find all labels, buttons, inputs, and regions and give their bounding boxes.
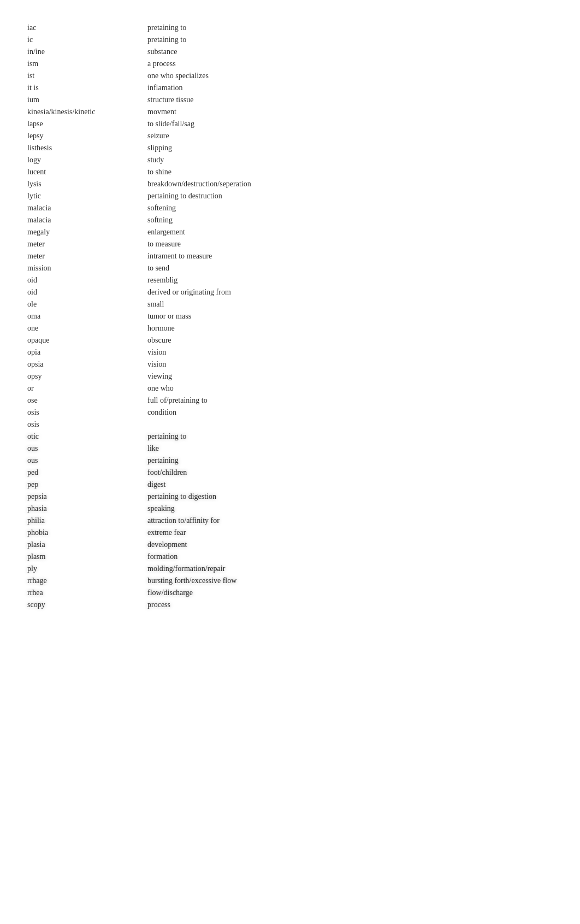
definition-cell-blurred: speaking — [147, 503, 553, 515]
term-cell-blurred: pep — [27, 479, 147, 491]
table-row: kinesia/kinesis/kineticmovment — [27, 106, 553, 118]
definition-cell: obscure — [147, 334, 553, 346]
definition-cell: one who — [147, 382, 553, 395]
table-row: osis — [27, 419, 553, 431]
term-cell-blurred: rrhage — [27, 575, 147, 587]
table-row: olesmall — [27, 298, 553, 310]
definition-cell-blurred: bursting forth/excessive flow — [147, 575, 553, 587]
term-cell-blurred: ous — [27, 455, 147, 467]
term-cell: lepsy — [27, 130, 147, 142]
term-cell-blurred: rrhea — [27, 587, 147, 599]
definition-cell-blurred: development — [147, 539, 553, 551]
term-cell: ism — [27, 58, 147, 70]
term-cell-blurred: ped — [27, 467, 147, 479]
term-cell: logy — [27, 154, 147, 166]
definition-cell: study — [147, 154, 553, 166]
definition-cell: condition — [147, 407, 553, 419]
term-cell: oma — [27, 310, 147, 322]
table-row: opsiavision — [27, 358, 553, 370]
term-cell: malacia — [27, 214, 147, 226]
term-cell-blurred: philia — [27, 515, 147, 527]
definition-cell: softening — [147, 202, 553, 214]
term-cell: ium — [27, 94, 147, 106]
term-cell: megaly — [27, 226, 147, 238]
term-cell: lysis — [27, 178, 147, 190]
table-row: megalyenlargement — [27, 226, 553, 238]
table-row: omatumor or mass — [27, 310, 553, 322]
term-cell: ose — [27, 395, 147, 407]
term-cell: lapse — [27, 118, 147, 130]
term-cell: ist — [27, 70, 147, 82]
table-row-blurred: scopyprocess — [27, 599, 553, 611]
table-row: isma process — [27, 58, 553, 70]
term-cell-blurred: phobia — [27, 527, 147, 539]
definition-cell: to shine — [147, 166, 553, 178]
term-cell: malacia — [27, 202, 147, 214]
definition-cell-blurred: pertaining to digestion — [147, 491, 553, 503]
definition-cell: resemblig — [147, 274, 553, 286]
term-cell: listhesis — [27, 142, 147, 154]
table-row-blurred: ouspertaining — [27, 455, 553, 467]
definition-cell-blurred: attraction to/affinity for — [147, 515, 553, 527]
term-cell: opsy — [27, 370, 147, 382]
term-cell-blurred: plasia — [27, 539, 147, 551]
table-row: orone who — [27, 382, 553, 395]
definition-cell: hormone — [147, 322, 553, 334]
definition-cell: vision — [147, 346, 553, 358]
term-cell-blurred: otic — [27, 431, 147, 443]
definition-cell: substance — [147, 46, 553, 58]
definition-cell: tumor or mass — [147, 310, 553, 322]
term-cell: it is — [27, 82, 147, 94]
definition-cell: pretaining to — [147, 22, 553, 34]
term-cell: oid — [27, 274, 147, 286]
term-cell: ic — [27, 34, 147, 46]
table-row: lysisbreakdown/destruction/seperation — [27, 178, 553, 190]
term-cell-blurred: scopy — [27, 599, 147, 611]
term-cell: lucent — [27, 166, 147, 178]
table-row-blurred: philiaattraction to/affinity for — [27, 515, 553, 527]
table-row-blurred: phobiaextreme fear — [27, 527, 553, 539]
definition-cell: full of/pretaining to — [147, 395, 553, 407]
definition-cell: softning — [147, 214, 553, 226]
term-cell: oid — [27, 286, 147, 298]
term-cell: ole — [27, 298, 147, 310]
glossary-table: iacpretaining toicpretaining toin/inesub… — [27, 22, 553, 611]
definition-cell: vision — [147, 358, 553, 370]
definition-cell: to slide/fall/sag — [147, 118, 553, 130]
table-row-blurred: pedfoot/children — [27, 467, 553, 479]
term-cell: or — [27, 382, 147, 395]
table-row-blurred: plasiadevelopment — [27, 539, 553, 551]
definition-cell-blurred: formation — [147, 551, 553, 563]
table-row-blurred: oticpertaining to — [27, 431, 553, 443]
definition-cell-blurred: process — [147, 599, 553, 611]
definition-cell: to measure — [147, 238, 553, 250]
table-row: oidresemblig — [27, 274, 553, 286]
term-cell: one — [27, 322, 147, 334]
term-cell-blurred: plasm — [27, 551, 147, 563]
table-row: meterintrament to measure — [27, 250, 553, 262]
table-row: meterto measure — [27, 238, 553, 250]
term-cell-blurred: pepsia — [27, 491, 147, 503]
definition-cell: pretaining to — [147, 34, 553, 46]
term-cell: kinesia/kinesis/kinetic — [27, 106, 147, 118]
table-row: listhesisslipping — [27, 142, 553, 154]
table-row: lapseto slide/fall/sag — [27, 118, 553, 130]
definition-cell: one who specializes — [147, 70, 553, 82]
table-row: iacpretaining to — [27, 22, 553, 34]
term-cell: iac — [27, 22, 147, 34]
table-row-blurred: plymolding/formation/repair — [27, 563, 553, 575]
table-row: opiavision — [27, 346, 553, 358]
table-row-blurred: rrheaflow/discharge — [27, 587, 553, 599]
term-cell: meter — [27, 238, 147, 250]
table-row: opsyviewing — [27, 370, 553, 382]
definition-cell: enlargement — [147, 226, 553, 238]
term-cell: osis — [27, 419, 147, 431]
definition-cell: pertaining to destruction — [147, 190, 553, 202]
table-row-blurred: pepdigest — [27, 479, 553, 491]
definition-cell: small — [147, 298, 553, 310]
table-row: osiscondition — [27, 407, 553, 419]
table-row: logystudy — [27, 154, 553, 166]
definition-cell-blurred: foot/children — [147, 467, 553, 479]
definition-cell: viewing — [147, 370, 553, 382]
table-row: it isinflamation — [27, 82, 553, 94]
